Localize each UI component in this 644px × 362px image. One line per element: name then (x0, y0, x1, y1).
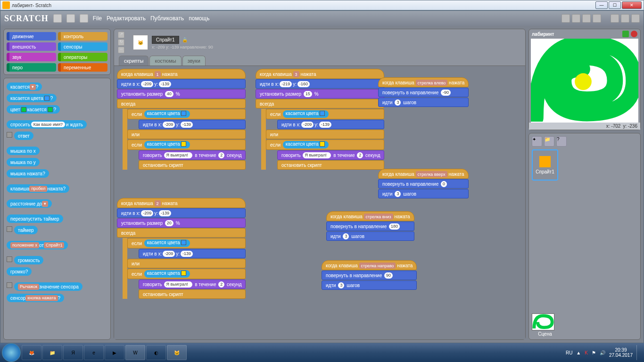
tab-sounds[interactable]: звуки (182, 56, 206, 66)
stage-panel: лабиринт x: -702 y: -236 (528, 29, 641, 130)
taskbar-ie-icon[interactable]: e (84, 345, 104, 360)
taskbar-media-icon[interactable]: ▶ (105, 345, 124, 360)
block-sensor-value[interactable]: Рычажок значение сенсора (14, 282, 83, 291)
grow-icon[interactable] (582, 14, 591, 23)
tab-costumes[interactable]: костюмы (149, 56, 181, 66)
stop-icon[interactable] (631, 31, 637, 37)
minimize-button[interactable]: — (595, 1, 608, 9)
script-canvas[interactable]: когда клавиша 1 нажата идти в x:-209y:-1… (114, 66, 525, 339)
block-sensor-btn[interactable]: сенсор кнопка нажата ? (7, 294, 64, 302)
save-icon[interactable] (66, 14, 75, 23)
script-arrow-right[interactable]: когда клавиша стрелка направо нажата пов… (322, 260, 417, 290)
block-ask[interactable]: спросить и ждать (7, 120, 87, 129)
import-sprite-icon[interactable]: 📁 (544, 136, 554, 147)
block-touching[interactable]: касается ▾ ? (7, 82, 42, 91)
menu-publish[interactable]: Публиковать (150, 15, 184, 22)
block-reset-timer[interactable]: перезапустить таймер (7, 214, 63, 223)
start-button[interactable] (2, 343, 21, 362)
block-loud[interactable]: громко? (7, 267, 32, 276)
taskbar-firefox-icon[interactable]: 🦊 (22, 345, 41, 360)
stage-view[interactable] (531, 39, 638, 123)
open-icon[interactable] (80, 14, 88, 23)
globe-icon[interactable] (53, 14, 62, 23)
timer-checkbox[interactable] (7, 226, 12, 232)
block-color-touching[interactable]: цветкасается? (7, 105, 60, 114)
script-arrow-left[interactable]: когда клавиша стрелка влево нажата повер… (378, 77, 469, 107)
center-column: ↗ ↻ ↔ 🐱 Спрайт1 🔒 x: -209 y: -139 направ… (114, 29, 526, 340)
block-key-pressed[interactable]: клавиша пробел нажата? (7, 184, 69, 193)
category-sensing[interactable]: сенсоры (58, 42, 107, 51)
category-control[interactable]: контроль (58, 32, 107, 41)
tray-clock[interactable]: 20:39 27.04.2017 (609, 347, 633, 358)
surprise-sprite-icon[interactable]: ? (556, 136, 567, 147)
script-arrow-up[interactable]: когда клавиша стрелка вверх нажата повер… (378, 169, 469, 199)
menubar-tools (561, 14, 640, 23)
stage-list-item[interactable]: Сцена (532, 313, 558, 337)
lock-icon[interactable]: 🔒 (182, 37, 188, 42)
block-answer[interactable]: ответ (14, 132, 33, 140)
view-present-icon[interactable] (631, 14, 640, 23)
block-timer[interactable]: таймер (14, 226, 38, 234)
cat-icon (539, 156, 551, 167)
tray-lang[interactable]: RU (566, 350, 572, 355)
maximize-button[interactable]: ☐ (609, 1, 621, 9)
paint-sprite-icon[interactable]: ✦ (532, 136, 542, 147)
taskbar-yandex-icon[interactable]: Я (63, 345, 83, 360)
block-property-of[interactable]: положение x от Спрайт1 (7, 241, 68, 249)
menubar: SCRATCH File Редактировать Публиковать п… (0, 11, 644, 26)
tray-flag-icon[interactable]: ▲ (576, 350, 581, 355)
rotate-icon[interactable]: ↻ (118, 39, 124, 46)
sprite-thumb: 🐱 (133, 35, 148, 50)
category-looks[interactable]: внешность (7, 42, 56, 51)
close-button[interactable]: ✕ (622, 1, 642, 9)
stamp-icon[interactable] (561, 14, 570, 23)
sensor-checkbox[interactable] (7, 282, 12, 288)
block-mouse-x[interactable]: мышка по x (7, 147, 40, 155)
block-mouse-down[interactable]: мышка нажата? (7, 169, 49, 178)
shrink-icon[interactable] (593, 14, 601, 23)
green-flag-icon[interactable] (622, 31, 629, 37)
script-3[interactable]: когда клавиша 3 нажата идти в x:-219y:-1… (256, 69, 384, 170)
scissors-icon[interactable] (572, 14, 580, 23)
sprite-name-field[interactable]: Спрайт1 (152, 36, 179, 44)
category-variables[interactable]: переменные (58, 63, 107, 72)
answer-checkbox[interactable] (7, 132, 12, 138)
block-distance[interactable]: расстояние до ▾ (7, 199, 52, 208)
block-touching-color[interactable]: касается цвета? (7, 94, 57, 102)
window-titlebar: лабиринт- Scratch — ☐ ✕ (0, 0, 644, 10)
system-tray: RU ▲ K ⚑ 🔊 20:39 27.04.2017 (566, 345, 642, 360)
expand-icon[interactable]: ↗ (118, 32, 124, 38)
taskbar-app-icon[interactable]: ◐ (146, 345, 166, 360)
menu-help[interactable]: помощь (189, 15, 209, 22)
sprite-list-panel: ✦ 📁 ? Спрайт1 Сцена (528, 133, 641, 340)
taskbar-explorer-icon[interactable]: 📁 (42, 345, 62, 360)
flip-icon[interactable]: ↔ (118, 47, 124, 53)
script-1[interactable]: когда клавиша 1 нажата идти в x:-209y:-1… (117, 69, 246, 170)
taskbar-scratch-icon[interactable]: 🐱 (167, 345, 187, 360)
menu-edit[interactable]: Редактировать (107, 15, 146, 22)
show-desktop-button[interactable] (636, 345, 640, 360)
svg-point-0 (575, 73, 592, 90)
view-small-icon[interactable] (611, 14, 619, 23)
category-pen[interactable]: перо (7, 63, 56, 72)
sprite-info: x: -209 y: -139 направление: 90 (152, 45, 213, 49)
tab-scripts[interactable]: скрипты (119, 56, 149, 66)
taskbar-word-icon[interactable]: W (125, 345, 145, 360)
script-2[interactable]: когда клавиша 2 нажата идти в x:-209y:-1… (117, 198, 246, 299)
view-split-icon[interactable] (621, 14, 629, 23)
sprite-header: ↗ ↻ ↔ 🐱 Спрайт1 🔒 x: -209 y: -139 направ… (114, 29, 525, 56)
loudness-checkbox[interactable] (7, 256, 12, 262)
script-arrow-down[interactable]: когда клавиша стрелка вниз нажата поверн… (326, 211, 414, 241)
block-loudness[interactable]: громкость (14, 256, 43, 264)
menu-file[interactable]: File (93, 15, 102, 22)
stage-coords: x: -702 y: -236 (529, 123, 640, 130)
category-sound[interactable]: звук (7, 53, 56, 61)
tray-volume-icon[interactable]: 🔊 (600, 350, 605, 355)
block-mouse-y[interactable]: мышка по y (7, 158, 40, 166)
sprite-list-item[interactable]: Спрайт1 (532, 149, 558, 181)
category-operators[interactable]: операторы (58, 53, 107, 61)
scratch-logo: SCRATCH (4, 14, 49, 24)
tray-action-icon[interactable]: ⚑ (592, 350, 596, 355)
tray-kaspersky-icon[interactable]: K (585, 350, 588, 355)
category-motion[interactable]: движение (7, 32, 56, 41)
